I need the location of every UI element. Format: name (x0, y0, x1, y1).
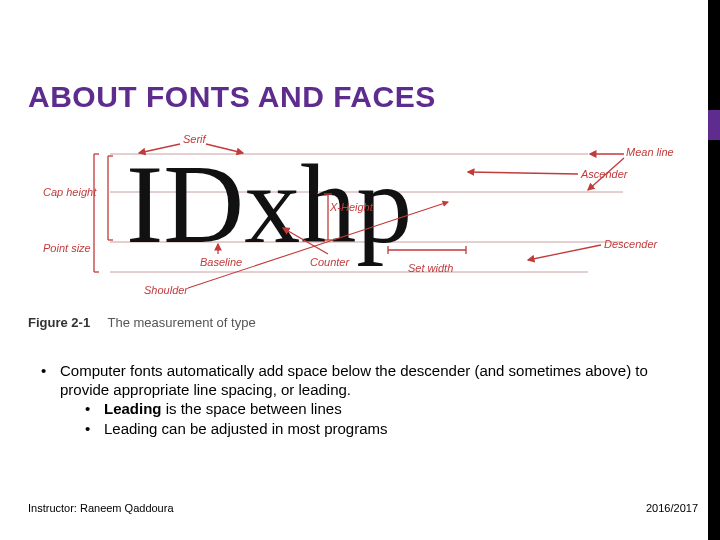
label-descender: Descender (604, 238, 659, 250)
bullet-content: Computer fonts automatically add space b… (38, 362, 678, 453)
figure-number: Figure 2-1 (28, 315, 90, 330)
arrow-ascender (468, 172, 578, 174)
sub-bullet-1: Leading is the space between lines (82, 400, 678, 419)
sub-bullet-1-bold: Leading (104, 400, 162, 417)
sub-bullet-1-rest: is the space between lines (162, 400, 342, 417)
label-x-height: X-Height (329, 201, 374, 213)
label-shoulder: Shoulder (144, 284, 189, 296)
bullet-top: Computer fonts automatically add space b… (38, 362, 678, 439)
right-black-bar (708, 0, 720, 540)
sub-bullet-2-text: Leading can be adjusted in most programs (104, 420, 388, 437)
bullet-top-text: Computer fonts automatically add space b… (60, 362, 648, 398)
label-counter: Counter (310, 256, 350, 268)
label-baseline: Baseline (200, 256, 242, 268)
arrow-descender (528, 245, 601, 260)
type-anatomy-diagram: IDxhp Serif Mean line Ascender Cap heigh… (28, 132, 692, 304)
sub-bullet-2: Leading can be adjusted in most programs (82, 420, 678, 439)
label-serif: Serif (183, 133, 207, 145)
label-cap-height: Cap height (43, 186, 97, 198)
instructor-footer: Instructor: Raneem Qaddoura (28, 502, 174, 514)
right-purple-accent (708, 110, 720, 140)
label-set-width: Set width (408, 262, 453, 274)
figure-caption: Figure 2-1 The measurement of type (28, 315, 256, 330)
figure-caption-text: The measurement of type (108, 315, 256, 330)
year-footer: 2016/2017 (646, 502, 698, 514)
slide-title: ABOUT FONTS AND FACES (28, 80, 436, 114)
label-mean-line: Mean line (626, 146, 674, 158)
label-point-size: Point size (43, 242, 91, 254)
label-ascender: Ascender (580, 168, 629, 180)
